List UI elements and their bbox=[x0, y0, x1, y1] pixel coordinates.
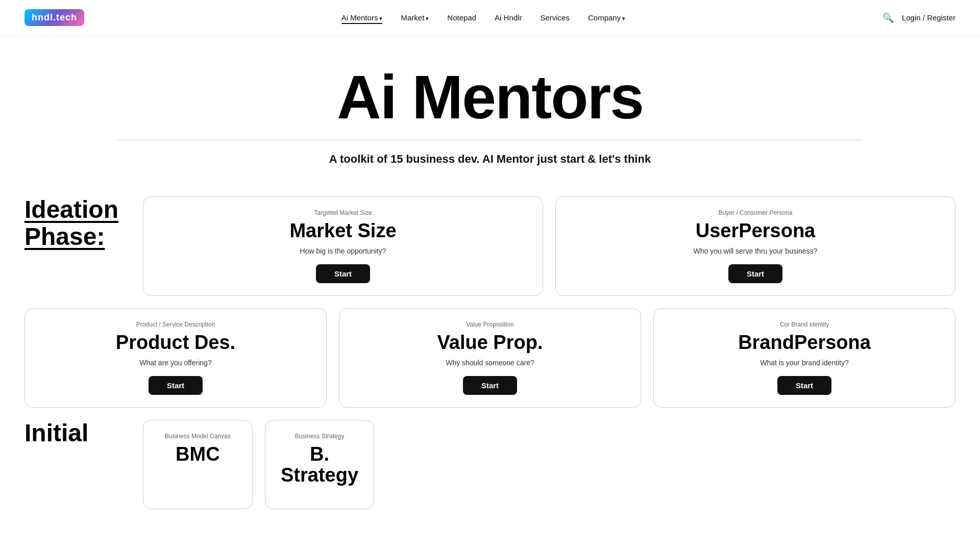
nav-item-services[interactable]: Services bbox=[540, 13, 570, 22]
nav-link-company[interactable]: Company bbox=[588, 13, 625, 22]
value-prop-card: Value Proposition Value Prop. Why should… bbox=[339, 308, 641, 408]
nav-item-notepad[interactable]: Notepad bbox=[447, 13, 476, 22]
ideation-phase-label: IdeationPhase: bbox=[24, 196, 127, 251]
b-strategy-subtitle: Business Strategy bbox=[295, 433, 345, 440]
nav-item-ai-mentors[interactable]: Ai Mentors bbox=[341, 13, 383, 22]
nav-item-ai-hndlr[interactable]: Ai Hndlr bbox=[495, 13, 522, 22]
nav-links: Ai Mentors Market Notepad Ai Hndlr Servi… bbox=[341, 13, 626, 22]
product-des-desc: What are you offering? bbox=[139, 359, 211, 367]
user-persona-start-button[interactable]: Start bbox=[728, 264, 782, 283]
bmc-subtitle: Business Model Canvas bbox=[165, 433, 231, 440]
hero-subtitle: A toolkit of 15 business dev. AI Mentor … bbox=[24, 153, 955, 166]
value-prop-desc: Why should someone care? bbox=[446, 359, 534, 367]
brand-persona-start-button[interactable]: Start bbox=[777, 376, 831, 395]
value-prop-start-button[interactable]: Start bbox=[463, 376, 517, 395]
market-size-desc: How big is the opportunity? bbox=[300, 247, 386, 255]
initial-phase-section: Initial Business Model Canvas BMC Busine… bbox=[24, 420, 955, 509]
market-size-card: Targeted Market Size Market Size How big… bbox=[143, 196, 543, 296]
ideation-phase-row: IdeationPhase: Targeted Market Size Mark… bbox=[24, 196, 955, 296]
product-des-card: Product / Service Description Product De… bbox=[24, 308, 327, 408]
product-des-title: Product Des. bbox=[116, 332, 235, 354]
main-section: IdeationPhase: Targeted Market Size Mark… bbox=[0, 196, 980, 530]
product-des-subtitle: Product / Service Description bbox=[136, 321, 215, 328]
market-size-subtitle: Targeted Market Size bbox=[314, 209, 372, 216]
nav-link-ai-hndlr[interactable]: Ai Hndlr bbox=[495, 13, 522, 22]
nav-link-notepad[interactable]: Notepad bbox=[447, 13, 476, 22]
market-size-start-button[interactable]: Start bbox=[316, 264, 370, 283]
user-persona-card: Buyer / Consumer Persona UserPersona Who… bbox=[555, 196, 955, 296]
market-size-title: Market Size bbox=[289, 220, 396, 242]
nav-link-services[interactable]: Services bbox=[540, 13, 570, 22]
bmc-title: BMC bbox=[176, 444, 220, 465]
ideation-cards-row: Targeted Market Size Market Size How big… bbox=[143, 196, 955, 296]
search-icon: 🔍 bbox=[883, 13, 894, 23]
nav-item-market[interactable]: Market bbox=[401, 13, 429, 22]
nav-item-company[interactable]: Company bbox=[588, 13, 625, 22]
brand-persona-title: BrandPersona bbox=[738, 332, 871, 354]
bmc-card: Business Model Canvas BMC bbox=[143, 420, 253, 509]
navbar: hndl.tech Ai Mentors Market Notepad Ai H… bbox=[0, 0, 980, 36]
user-persona-title: UserPersona bbox=[696, 220, 815, 242]
product-des-start-button[interactable]: Start bbox=[149, 376, 203, 395]
logo-text: hndl.tech bbox=[32, 12, 77, 23]
b-strategy-title: B. Strategy bbox=[278, 444, 362, 487]
product-row: Product / Service Description Product De… bbox=[24, 308, 955, 408]
initial-cards-row: Business Model Canvas BMC Business Strat… bbox=[143, 420, 374, 509]
nav-link-ai-mentors[interactable]: Ai Mentors bbox=[341, 13, 383, 24]
brand-persona-card: Cor Brand Identity BrandPersona What is … bbox=[653, 308, 955, 408]
b-strategy-card: Business Strategy B. Strategy bbox=[265, 420, 375, 509]
nav-right: 🔍 Login / Register bbox=[883, 12, 955, 23]
hero-divider bbox=[117, 140, 862, 140]
user-persona-subtitle: Buyer / Consumer Persona bbox=[719, 209, 793, 216]
nav-link-market[interactable]: Market bbox=[401, 13, 429, 22]
user-persona-desc: Who you will serve thru your business? bbox=[694, 247, 818, 255]
hero-title: Ai Mentors bbox=[24, 66, 955, 128]
value-prop-title: Value Prop. bbox=[437, 332, 543, 354]
initial-phase-label: Initial bbox=[24, 420, 127, 447]
search-button[interactable]: 🔍 bbox=[883, 12, 894, 23]
logo[interactable]: hndl.tech bbox=[24, 9, 84, 26]
hero-section: Ai Mentors A toolkit of 15 business dev.… bbox=[0, 36, 980, 196]
brand-persona-desc: What is your brand identity? bbox=[760, 359, 849, 367]
value-prop-subtitle: Value Proposition bbox=[466, 321, 513, 328]
brand-persona-subtitle: Cor Brand Identity bbox=[780, 321, 829, 328]
login-register-button[interactable]: Login / Register bbox=[902, 13, 955, 22]
